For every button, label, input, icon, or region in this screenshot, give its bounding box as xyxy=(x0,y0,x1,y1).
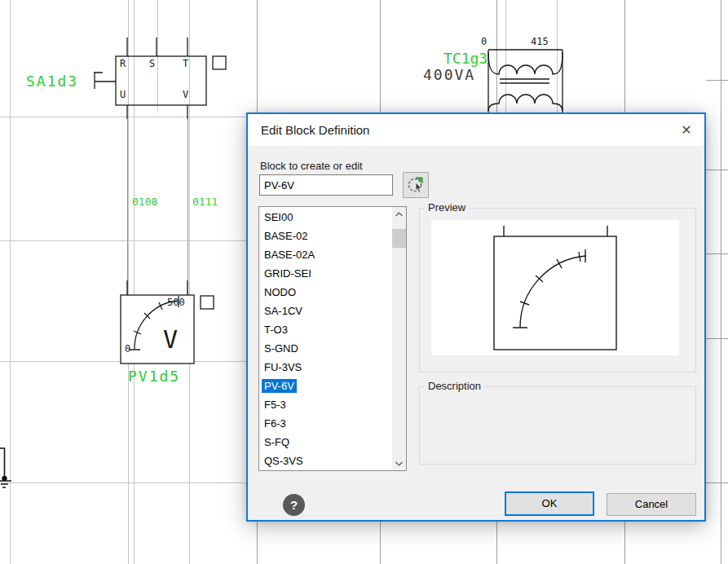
chevron-down-icon xyxy=(395,461,403,466)
close-icon[interactable]: ✕ xyxy=(672,117,701,143)
transformer-rating: 400VA xyxy=(423,66,475,83)
pick-block-icon xyxy=(407,176,425,194)
description-group: Description xyxy=(419,386,696,465)
list-item[interactable]: BASE-02A xyxy=(259,245,392,264)
list-item[interactable]: BASE-02 xyxy=(259,227,392,245)
scrollbar-down-button[interactable] xyxy=(392,456,406,470)
dialog-title: Edit Block Definition xyxy=(261,114,369,146)
pin-label-v: V xyxy=(183,89,188,100)
preview-group: Preview xyxy=(419,208,696,372)
pin-label-t: T xyxy=(183,58,188,69)
transformer-symbol xyxy=(488,50,563,112)
pick-block-button[interactable] xyxy=(403,172,429,198)
list-item[interactable]: S-FQ xyxy=(259,433,392,452)
list-scrollbar[interactable] xyxy=(392,207,406,470)
wire-number-0111: 0111 xyxy=(192,196,218,208)
meter-unit: V xyxy=(163,325,178,354)
pin-label-r: R xyxy=(120,58,126,69)
voltmeter-tag: PV1d5 xyxy=(128,368,180,385)
block-list-rows: SEI00 BASE-02 BASE-02A GRID-SEI NODO SA-… xyxy=(259,208,392,470)
meter-scale-max: 500 xyxy=(167,297,185,308)
chevron-up-icon xyxy=(395,212,403,217)
list-item[interactable]: QS-3VS xyxy=(259,452,392,470)
dialog-titlebar: Edit Block Definition ✕ xyxy=(248,114,704,146)
transformer-terminal-0: 0 xyxy=(481,36,487,47)
help-icon[interactable]: ? xyxy=(283,494,305,516)
contactor-tag: SA1d3 xyxy=(26,73,78,90)
list-item[interactable]: F6-3 xyxy=(259,414,392,433)
list-item-selected[interactable]: PV-6V xyxy=(259,377,392,395)
block-name-input[interactable] xyxy=(259,174,393,196)
cancel-button[interactable]: Cancel xyxy=(607,493,696,516)
block-list[interactable]: SEI00 BASE-02 BASE-02A GRID-SEI NODO SA-… xyxy=(258,206,407,471)
block-preview-drawing xyxy=(431,220,679,355)
edit-block-definition-dialog: Edit Block Definition ✕ Block to create … xyxy=(246,112,706,522)
preview-label: Preview xyxy=(425,201,469,214)
cad-viewport: SA1d3 R S T U V 0108 0111 TC1g3 400VA 0 … xyxy=(0,0,728,564)
description-label: Description xyxy=(425,380,484,392)
list-item[interactable]: F5-3 xyxy=(259,395,392,414)
list-item[interactable]: T-O3 xyxy=(259,320,392,339)
list-item[interactable]: FU-3VS xyxy=(259,358,392,377)
ok-button[interactable]: OK xyxy=(505,491,594,516)
wire-number-0108: 0108 xyxy=(132,196,157,208)
block-field-label: Block to create or edit xyxy=(260,160,363,172)
transformer-terminal-415: 415 xyxy=(531,36,549,47)
list-item[interactable]: NODO xyxy=(259,283,392,302)
contactor-symbol xyxy=(94,37,226,119)
list-item[interactable]: SEI00 xyxy=(259,208,392,227)
meter-scale-min: 0 xyxy=(125,343,130,355)
list-item[interactable]: SA-1CV xyxy=(259,302,392,320)
scrollbar-thumb[interactable] xyxy=(392,229,406,248)
transformer-tag: TC1g3 xyxy=(443,50,488,67)
scrollbar-up-button[interactable] xyxy=(392,207,406,221)
pin-label-s: S xyxy=(149,58,155,69)
block-preview-area xyxy=(431,220,679,355)
pin-label-u: U xyxy=(120,89,126,100)
list-item[interactable]: S-GND xyxy=(259,339,392,358)
list-item[interactable]: GRID-SEI xyxy=(259,264,392,283)
